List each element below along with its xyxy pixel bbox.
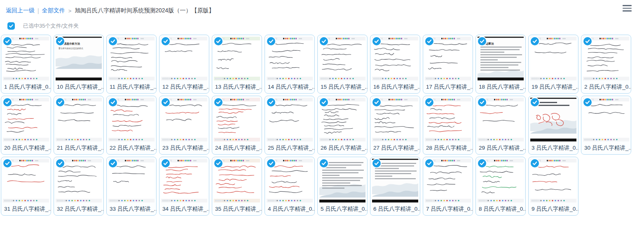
selected-check-badge[interactable] xyxy=(213,36,223,46)
check-icon xyxy=(57,160,63,166)
selection-bar: 已选中35个文件/文件夹 xyxy=(0,19,644,33)
selected-check-badge[interactable] xyxy=(319,36,329,46)
file-card[interactable]: 34 吕氏八字精讲_... xyxy=(159,157,209,216)
selected-check-badge[interactable] xyxy=(266,97,276,107)
file-card[interactable]: 17 吕氏八字精讲_... xyxy=(423,35,473,94)
check-icon xyxy=(5,99,10,105)
file-card[interactable]: 22 吕氏八字精讲_... xyxy=(106,96,157,155)
selected-check-badge[interactable] xyxy=(2,158,12,168)
selected-check-badge[interactable] xyxy=(108,158,118,168)
file-name: 3 吕氏八字精讲_0... xyxy=(529,144,578,152)
selected-check-badge[interactable] xyxy=(213,97,223,107)
file-card[interactable]: 20 吕氏八字精讲_... xyxy=(1,96,51,155)
selected-check-badge[interactable] xyxy=(424,36,434,46)
file-name: 32 吕氏八字精讲_... xyxy=(54,205,103,213)
selected-check-badge[interactable] xyxy=(213,158,223,168)
file-card[interactable]: 27 吕氏八字精讲_... xyxy=(370,96,420,155)
file-name: 16 吕氏八字精讲_... xyxy=(370,83,420,91)
file-card[interactable]: 11 吕氏八字精讲_... xyxy=(106,35,157,94)
file-card[interactable]: 23 吕氏八字精讲_... xyxy=(159,96,209,155)
selected-check-badge[interactable] xyxy=(2,97,12,107)
selected-check-badge[interactable] xyxy=(108,97,118,107)
file-name: 21 吕氏八字精讲_... xyxy=(54,144,103,152)
selected-check-badge[interactable] xyxy=(55,97,65,107)
selected-check-badge[interactable] xyxy=(55,36,65,46)
select-all-checkbox[interactable] xyxy=(7,22,15,30)
file-name: 19 吕氏八字精讲_... xyxy=(529,83,578,91)
file-card[interactable]: 32 吕氏八字精讲_... xyxy=(54,157,104,216)
file-name: 34 吕氏八字精讲_... xyxy=(159,205,209,213)
file-card[interactable]: 21 吕氏八字精讲_... xyxy=(54,96,104,155)
file-card[interactable]: 14 吕氏八字精讲_... xyxy=(265,35,315,94)
file-card[interactable]: 28 吕氏八字精讲_... xyxy=(423,96,473,155)
file-card[interactable]: 8 吕氏八字精讲_0... xyxy=(475,157,526,216)
file-name: 8 吕氏八字精讲_0... xyxy=(476,205,525,213)
file-card[interactable]: 16 吕氏八字精讲_... xyxy=(370,35,420,94)
selected-check-badge[interactable] xyxy=(530,158,540,168)
file-card[interactable]: 9 吕氏八字精讲_0... xyxy=(528,157,578,216)
file-card[interactable]: 13 吕氏八字精讲_... xyxy=(212,35,262,94)
selected-check-badge[interactable] xyxy=(477,36,487,46)
file-card[interactable]: 2 吕氏八字精讲_0... xyxy=(581,35,631,94)
file-card[interactable]: 7 吕氏八字精讲_0... xyxy=(423,157,473,216)
back-link[interactable]: 返回上一级 xyxy=(6,7,35,14)
file-card[interactable]: 33 吕氏八字精讲_... xyxy=(106,157,157,216)
check-icon xyxy=(479,160,485,166)
check-icon xyxy=(268,99,274,105)
all-files-link[interactable]: 全部文件 xyxy=(42,7,65,14)
file-card[interactable]: 31 吕氏八字精讲_... xyxy=(1,157,51,216)
selected-check-badge[interactable] xyxy=(424,158,434,168)
selected-check-badge[interactable] xyxy=(477,97,487,107)
selected-check-badge[interactable] xyxy=(530,97,540,107)
check-icon xyxy=(215,38,221,44)
file-name: 25 吕氏八字精讲_... xyxy=(265,144,314,152)
file-card[interactable]: 命运信息分析方法要分析出的命运信息的特点 10 吕氏八字精讲_... xyxy=(54,35,104,94)
file-name: 35 吕氏八字精讲_... xyxy=(212,205,262,213)
file-card[interactable]: 29 吕氏八字精讲_... xyxy=(475,96,526,155)
selected-check-badge[interactable] xyxy=(161,36,171,46)
selected-check-badge[interactable] xyxy=(583,36,592,46)
file-name: 6 吕氏八字精讲_0... xyxy=(370,205,420,213)
breadcrumb-arrow: > xyxy=(68,8,72,14)
file-card[interactable]: 26 吕氏八字精讲_... xyxy=(317,96,368,155)
selected-check-badge[interactable] xyxy=(319,158,329,168)
file-card[interactable]: 5 吕氏八字精讲_0... xyxy=(317,157,368,216)
file-card[interactable]: 12 吕氏八字精讲_... xyxy=(159,35,209,94)
selected-check-badge[interactable] xyxy=(530,36,540,46)
file-card[interactable]: 核大运断法 18 吕氏八字精讲_... xyxy=(475,35,526,94)
file-name: 27 吕氏八字精讲_... xyxy=(370,144,420,152)
selected-check-badge[interactable] xyxy=(161,158,171,168)
check-icon xyxy=(585,38,590,44)
hamburger-icon[interactable] xyxy=(623,5,632,12)
file-name: 12 吕氏八字精讲_... xyxy=(159,83,209,91)
file-card[interactable]: 30 吕氏八字精讲_... xyxy=(581,96,631,155)
selected-check-badge[interactable] xyxy=(372,36,382,46)
file-card[interactable]: 6 吕氏八字精讲_0... xyxy=(370,157,420,216)
file-card[interactable]: 3 吕氏八字精讲_0... xyxy=(528,96,578,155)
selected-check-badge[interactable] xyxy=(266,158,276,168)
file-card[interactable]: 24 吕氏八字精讲_... xyxy=(212,96,262,155)
file-name: 15 吕氏八字精讲_... xyxy=(318,83,367,91)
selected-check-badge[interactable] xyxy=(477,158,487,168)
file-card[interactable]: 25 吕氏八字精讲_... xyxy=(265,96,315,155)
selected-check-badge[interactable] xyxy=(583,97,592,107)
file-card[interactable]: 15 吕氏八字精讲_... xyxy=(317,35,368,94)
file-card[interactable]: 1 吕氏八字精讲_0... xyxy=(1,35,51,94)
selected-check-badge[interactable] xyxy=(372,158,382,168)
file-card[interactable]: 35 吕氏八字精讲_... xyxy=(212,157,262,216)
selected-check-badge[interactable] xyxy=(161,97,171,107)
selected-check-badge[interactable] xyxy=(108,36,118,46)
selected-check-badge[interactable] xyxy=(2,36,12,46)
file-name: 20 吕氏八字精讲_... xyxy=(1,144,51,152)
selected-check-badge[interactable] xyxy=(55,158,65,168)
check-icon xyxy=(374,38,379,44)
file-name: 26 吕氏八字精讲_... xyxy=(318,144,367,152)
selected-check-badge[interactable] xyxy=(372,97,382,107)
selected-check-badge[interactable] xyxy=(424,97,434,107)
selected-check-badge[interactable] xyxy=(266,36,276,46)
file-name: 9 吕氏八字精讲_0... xyxy=(529,205,578,213)
selected-check-badge[interactable] xyxy=(319,97,329,107)
file-card[interactable]: 4 吕氏八字精讲_0... xyxy=(265,157,315,216)
check-icon xyxy=(5,160,10,166)
file-card[interactable]: 19 吕氏八字精讲_... xyxy=(528,35,578,94)
